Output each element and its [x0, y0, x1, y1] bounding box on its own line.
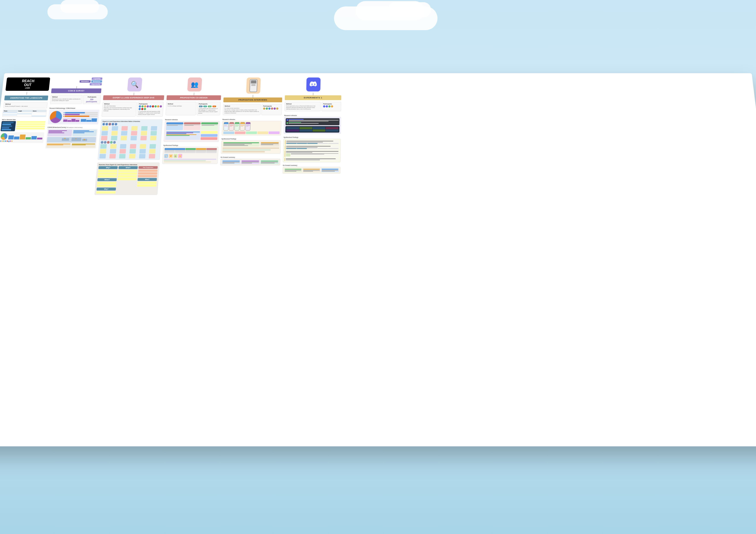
whywhy-box: Why? — [96, 188, 116, 191]
landscape-method-label: Method — [5, 103, 46, 105]
phone-icon — [246, 78, 260, 94]
discord-chat-mock — [285, 118, 339, 125]
hunches-diagram: Why? When? Why? — [96, 166, 158, 193]
behaviour-box: Behaviour — [91, 80, 102, 83]
phone-screen-5 — [245, 122, 251, 131]
experiments-goforward-label: Go forward summary — [283, 165, 340, 166]
experiments-stimulus-card — [284, 117, 341, 134]
codesign-synthesised-label: Synthesised Findings — [163, 144, 219, 146]
question-4 — [284, 158, 339, 161]
prop-goforward-label: Go forward summary — [221, 157, 281, 158]
pie-chart — [0, 133, 8, 140]
cloud-2-puff2 — [388, 2, 431, 17]
expert-icon-area: 🔍 — [103, 78, 166, 95]
sticky-notes-row2-people — [101, 141, 159, 144]
expert-participants-card: Participants — [136, 102, 164, 117]
comb-method-row: Method Behavioural survey to identify th… — [50, 95, 101, 105]
seo-data-viz — [0, 121, 45, 131]
cmb-boxes: Capability Motivation Behaviour Opportun… — [52, 78, 102, 86]
experiments-synthesised-card — [283, 139, 341, 162]
prop-method-row: Method 6 x one-to-one sessions We took t… — [223, 104, 282, 116]
discord-svg — [309, 81, 317, 88]
why-box: Why? — [98, 166, 118, 169]
expert-header: EXPERT & LIVED EXPERIENCE DEEP DIVE — [103, 95, 164, 100]
cloud-1-puff — [60, 0, 99, 13]
peer-supporters-box: Peer Supporters — [138, 166, 158, 169]
what-box: What? — [118, 166, 138, 169]
table-header-row: Theme Insight Source — [3, 110, 46, 113]
capability-box: Capability — [92, 78, 103, 80]
prop-method-card: Method 6 x one-to-one sessions We took t… — [223, 104, 261, 115]
codesign-icon-area: 👥 — [167, 78, 222, 95]
who-box: Who? — [138, 178, 157, 181]
prop-goforward-card — [220, 159, 281, 165]
survey-label: COM-B Behavioural Survey (full analysis … — [47, 127, 98, 128]
landscape-table: Theme Insight Source — [2, 110, 46, 117]
phone-screen-3 — [234, 122, 240, 131]
seo-notes — [16, 121, 46, 131]
sticky-grid-2 — [99, 144, 159, 159]
table-row-4 — [3, 115, 46, 117]
comb-pie — [49, 111, 63, 123]
board-content: REACH OUT .com UNDERSTAND THE LANDSCAPE … — [0, 73, 756, 446]
comb-participant-count: 350 participants — [84, 98, 99, 103]
opportunity-box: Opportunity — [90, 83, 102, 86]
experiments-participants-card: Participants — [322, 102, 341, 111]
gather-mock — [285, 126, 339, 133]
codesign-participants-card: Participants UX YP MH PS 7 young people … — [197, 102, 221, 115]
codesign-method-row: Method 4 x 2 hr co-design workshops Part… — [165, 102, 221, 117]
research-board: REACH OUT .com UNDERSTAND THE LANDSCAPE … — [0, 73, 756, 446]
codesign-stimulus-card — [164, 121, 220, 142]
comb-model-diagram — [48, 110, 99, 124]
reachout-logo: REACH OUT .com — [5, 78, 50, 91]
logo-line1: REACH — [9, 79, 48, 83]
experiments-method-row: Method Small experiments set up on Disco… — [284, 102, 341, 113]
landscape-method-card: Method Review of existing NZ research + … — [3, 102, 47, 108]
stimulus-screens — [166, 122, 218, 130]
comb-bars — [63, 112, 98, 122]
prop-synthesised-label: Synthesised Findings — [222, 138, 281, 140]
synthesis-icons: 💬 🤝 🏠 ⭐ — [164, 154, 216, 158]
prop-interviews-header: PROPOSITION INTERVIEWS — [223, 97, 282, 102]
experiments-stimulus-label: Research stimulus — [284, 115, 341, 116]
seo-chart-dark — [0, 121, 16, 131]
codesign-synthesised-card: 💬 🤝 🏠 ⭐ — [162, 147, 218, 164]
experiments-icon-area — [285, 78, 341, 95]
phone-screen-2 — [229, 122, 234, 131]
synthesis-table — [164, 148, 217, 153]
question-2 — [285, 145, 339, 150]
prop-participants-card: Participants — [261, 104, 282, 115]
comb-participants-card: Participants 350 participants — [83, 95, 101, 104]
color-blocks-row — [223, 131, 280, 134]
scatter-mock — [0, 140, 42, 142]
codesign-header: PROPOSITION CO-DESIGN — [166, 95, 221, 100]
phone-screens-row — [224, 122, 280, 131]
prop-stimulus-card — [222, 121, 282, 136]
when-box: When? — [97, 178, 117, 181]
logo-line3: .com — [8, 87, 47, 89]
codesign-method-card: Method 4 x 2 hr co-design workshops — [166, 102, 197, 115]
expert-icon: 🔍 — [127, 78, 142, 91]
question-1 — [285, 140, 339, 145]
discord-icon — [306, 78, 321, 91]
col3: Source — [32, 110, 46, 112]
phone-screen-4 — [240, 122, 245, 131]
experiments-synthesised-label: Synthesised Findings — [284, 137, 341, 138]
codesign-stimulus-label: Research stimulus — [165, 119, 220, 120]
experiments-header: EXPERIMENTS 1 — [285, 95, 341, 100]
comb-model-label: Research Methodology: COM-B Model — [49, 108, 99, 109]
expert-method-card: Method 18 x 1hr Interviews Deep dive, se… — [101, 102, 137, 117]
landscape-charts — [0, 132, 44, 143]
sticky-notes-row1: 👤 👤 👤 👤 👤 — [102, 123, 161, 125]
sessions-label: 6 x one-to-one sessions — [225, 108, 259, 109]
expert-method-row: Method 18 x 1hr Interviews Deep dive, se… — [101, 102, 164, 118]
col1: Theme — [3, 110, 18, 112]
hunches-card: Hunches from Expert & Lived Experience I… — [94, 163, 160, 195]
landscape-header: UNDERSTAND THE LANDSCAPE — [4, 96, 48, 100]
prop-stimulus-label: Research stimulus — [222, 119, 282, 120]
experiments-section: EXPERIMENTS 1 Method Small experiments s… — [275, 78, 341, 441]
comb-method-card: Method Behavioural survey to identify th… — [50, 95, 83, 104]
phone-screen-1 — [224, 122, 229, 131]
experiments-goforward-card — [283, 167, 340, 174]
prop-icon-area — [224, 78, 283, 97]
